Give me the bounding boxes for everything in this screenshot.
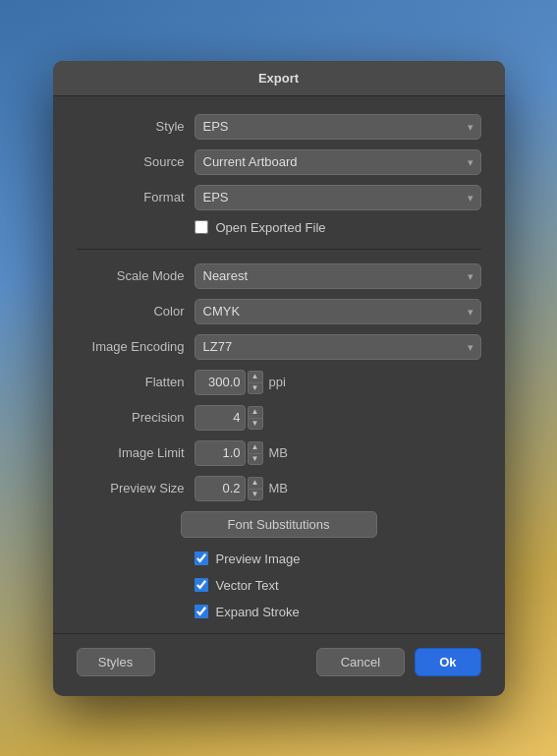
source-select-wrapper: Current Artboard Full Document Selection — [195, 149, 481, 175]
scale-mode-select-wrapper: Nearest Bilinear Bicubic — [195, 263, 481, 289]
image-limit-arrows: ▲ ▼ — [248, 441, 263, 465]
flatten-row: Flatten ▲ ▼ ppi — [77, 370, 481, 395]
image-limit-input[interactable] — [195, 440, 246, 466]
flatten-input[interactable] — [195, 370, 246, 395]
image-limit-spinner-wrapper: ▲ ▼ MB — [195, 440, 289, 466]
preview-image-row: Preview Image — [195, 552, 481, 566]
preview-size-decrement[interactable]: ▼ — [248, 489, 263, 500]
font-substitutions-button[interactable]: Font Substitutions — [181, 511, 377, 538]
image-encoding-select[interactable]: LZ77 JPEG ASCII85 — [195, 334, 481, 360]
cancel-button[interactable]: Cancel — [316, 648, 405, 676]
image-encoding-label: Image Encoding — [77, 339, 185, 354]
color-row: Color CMYK RGB Grayscale — [77, 299, 481, 324]
image-limit-decrement[interactable]: ▼ — [248, 453, 263, 465]
export-dialog: Export Style EPS PDF PNG SVG Source Curr… — [53, 61, 505, 696]
style-label: Style — [77, 119, 185, 134]
image-encoding-row: Image Encoding LZ77 JPEG ASCII85 — [77, 334, 481, 360]
image-encoding-select-wrapper: LZ77 JPEG ASCII85 — [195, 334, 481, 360]
expand-stroke-checkbox[interactable] — [195, 605, 208, 618]
precision-label: Precision — [77, 410, 185, 425]
image-limit-increment[interactable]: ▲ — [248, 441, 263, 453]
open-exported-row: Open Exported File — [195, 220, 481, 235]
color-select[interactable]: CMYK RGB Grayscale — [195, 299, 481, 324]
format-select-wrapper: EPS PDF PNG SVG — [195, 185, 481, 210]
preview-size-label: Preview Size — [77, 481, 185, 495]
vector-text-row: Vector Text — [195, 578, 481, 593]
style-select[interactable]: EPS PDF PNG SVG — [195, 114, 481, 140]
preview-size-input[interactable] — [195, 476, 246, 501]
source-select[interactable]: Current Artboard Full Document Selection — [195, 149, 481, 175]
flatten-label: Flatten — [77, 375, 185, 389]
scale-mode-row: Scale Mode Nearest Bilinear Bicubic — [77, 263, 481, 289]
precision-decrement[interactable]: ▼ — [248, 418, 263, 430]
dialog-body: Style EPS PDF PNG SVG Source Current Art… — [53, 96, 505, 619]
ok-button[interactable]: Ok — [415, 648, 480, 676]
expand-stroke-label: Expand Stroke — [216, 605, 300, 619]
style-row: Style EPS PDF PNG SVG — [77, 114, 481, 140]
flatten-unit: ppi — [269, 375, 286, 389]
precision-input[interactable] — [195, 405, 246, 431]
precision-increment[interactable]: ▲ — [248, 406, 263, 418]
preview-image-checkbox[interactable] — [195, 552, 208, 565]
preview-size-arrows: ▲ ▼ — [248, 477, 263, 500]
vector-text-label: Vector Text — [216, 578, 279, 593]
format-label: Format — [77, 190, 185, 204]
scale-mode-select[interactable]: Nearest Bilinear Bicubic — [195, 263, 481, 289]
precision-row: Precision ▲ ▼ — [77, 405, 481, 431]
image-limit-row: Image Limit ▲ ▼ MB — [77, 440, 481, 466]
preview-size-row: Preview Size ▲ ▼ MB — [77, 476, 481, 501]
divider-1 — [77, 249, 481, 250]
preview-size-spinner-wrapper: ▲ ▼ MB — [195, 476, 289, 501]
right-buttons: Cancel Ok — [316, 648, 481, 676]
vector-text-checkbox[interactable] — [195, 578, 208, 592]
preview-size-increment[interactable]: ▲ — [248, 477, 263, 489]
format-select[interactable]: EPS PDF PNG SVG — [195, 185, 481, 210]
color-select-wrapper: CMYK RGB Grayscale — [195, 299, 481, 324]
open-exported-label: Open Exported File — [216, 220, 326, 235]
dialog-title: Export — [258, 71, 299, 86]
image-limit-unit: MB — [269, 445, 289, 460]
color-label: Color — [77, 304, 185, 319]
image-limit-label: Image Limit — [77, 445, 185, 460]
source-row: Source Current Artboard Full Document Se… — [77, 149, 481, 175]
preview-image-label: Preview Image — [216, 552, 301, 566]
flatten-decrement[interactable]: ▼ — [248, 382, 263, 394]
format-row: Format EPS PDF PNG SVG — [77, 185, 481, 210]
precision-spinner-wrapper: ▲ ▼ — [195, 405, 263, 431]
scale-mode-label: Scale Mode — [77, 268, 185, 283]
style-select-wrapper: EPS PDF PNG SVG — [195, 114, 481, 140]
flatten-increment[interactable]: ▲ — [248, 371, 263, 382]
bottom-buttons: Styles Cancel Ok — [53, 633, 505, 676]
dialog-title-bar: Export — [53, 61, 505, 96]
source-label: Source — [77, 154, 185, 169]
precision-arrows: ▲ ▼ — [248, 406, 263, 430]
flatten-arrows: ▲ ▼ — [248, 371, 263, 394]
flatten-spinner-wrapper: ▲ ▼ ppi — [195, 370, 286, 395]
expand-stroke-row: Expand Stroke — [195, 605, 481, 619]
open-exported-checkbox[interactable] — [195, 220, 208, 234]
styles-button[interactable]: Styles — [77, 648, 155, 676]
preview-size-unit: MB — [269, 481, 289, 495]
